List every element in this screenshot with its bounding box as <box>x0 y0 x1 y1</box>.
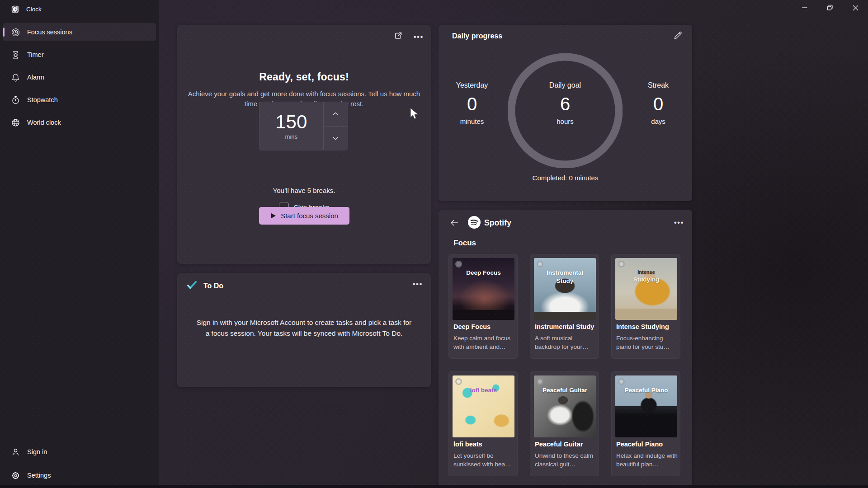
sidebar-item-alarm[interactable]: Alarm <box>3 68 156 86</box>
bottom-edge <box>0 485 868 488</box>
spotify-badge-icon <box>537 261 543 267</box>
minutes-unit: mins <box>285 133 297 140</box>
playlist-title: Deep Focus <box>453 323 491 330</box>
spotify-badge-icon <box>455 378 462 385</box>
settings-icon <box>10 470 20 480</box>
playlist-description: Let yourself be sunkissed with bea… <box>453 452 515 469</box>
selected-indicator <box>3 28 5 37</box>
todo-signin-message: Sign in with your Microsoft Account to c… <box>195 317 413 339</box>
playlist-description: Focus-enhancing piano for your stu… <box>616 334 678 352</box>
focus-title: Ready, set, focus! <box>177 71 431 83</box>
stat-value: 6 <box>538 95 592 113</box>
decrease-minutes-button[interactable] <box>324 127 348 150</box>
stat-unit: hours <box>538 117 592 125</box>
spotify-badge-icon <box>618 261 625 267</box>
playlist-tile-intense-studying[interactable]: IntenseStudying Intense Studying Focus-e… <box>611 254 680 359</box>
minutes-stepper: 150 mins <box>259 102 348 150</box>
todo-card: To Do ••• Sign in with your Microsoft Ac… <box>177 273 431 387</box>
playlist-tile-instrumental-study[interactable]: InstrumentalStudy Instrumental Study A s… <box>530 254 599 359</box>
stat-value: 0 <box>445 95 499 113</box>
edit-pencil-icon[interactable] <box>673 31 682 42</box>
sidebar-nav: Focus sessions Timer Alarm Stopwatch <box>3 23 156 131</box>
playlist-cover: Peaceful Guitar <box>534 375 596 437</box>
app-header: Clock <box>0 3 159 15</box>
minimize-icon <box>802 5 807 10</box>
playlist-description: Unwind to these calm classical guit… <box>535 452 596 469</box>
sidebar-item-label: Sign in <box>27 448 47 455</box>
playlist-title: Intense Studying <box>616 323 669 330</box>
playlist-tile-peaceful-guitar[interactable]: Peaceful Guitar Peaceful Guitar Unwind t… <box>530 371 599 476</box>
restore-button[interactable] <box>817 0 843 15</box>
sidebar-footer: Sign in Settings <box>3 443 156 484</box>
restore-icon <box>827 5 833 11</box>
playlist-title: Peaceful Guitar <box>535 441 583 448</box>
sidebar-item-sign-in[interactable]: Sign in <box>3 443 156 461</box>
stat-unit: days <box>631 117 685 125</box>
popout-icon[interactable] <box>394 31 403 42</box>
stat-unit: minutes <box>445 117 499 125</box>
sidebar-item-label: World clock <box>27 119 61 126</box>
minimize-button[interactable] <box>792 0 817 15</box>
stat-yesterday: Yesterday 0 minutes <box>445 81 499 125</box>
playlist-tile-peaceful-piano[interactable]: Peaceful Piano Peaceful Piano Relax and … <box>611 371 680 476</box>
focus-session-card: ••• Ready, set, focus! Achieve your goal… <box>177 25 431 264</box>
todo-title: To Do <box>203 282 223 290</box>
sidebar-item-stopwatch[interactable]: Stopwatch <box>3 91 156 109</box>
sidebar-item-label: Stopwatch <box>27 96 58 103</box>
more-options-icon[interactable]: ••• <box>414 33 424 41</box>
more-options-icon[interactable]: ••• <box>674 219 684 226</box>
start-focus-session-button[interactable]: Start focus session <box>259 207 349 225</box>
playlist-title: Instrumental Study <box>535 323 594 330</box>
minutes-value-box[interactable]: 150 mins <box>259 102 323 150</box>
sidebar-item-label: Settings <box>27 472 51 479</box>
spotify-badge-icon <box>618 378 625 385</box>
focus-sessions-icon <box>10 27 20 37</box>
minutes-value: 150 <box>275 112 307 132</box>
sidebar: Clock Focus sessions Timer Alarm <box>0 0 159 488</box>
playlist-cover: Peaceful Piano <box>615 375 677 437</box>
completed-text: Completed: 0 minutes <box>439 174 692 182</box>
sidebar-item-label: Alarm <box>27 74 44 81</box>
spotify-section-title: Focus <box>453 239 476 248</box>
sidebar-item-focus-sessions[interactable]: Focus sessions <box>3 23 156 41</box>
back-arrow-icon[interactable] <box>449 218 459 230</box>
todo-logo-icon <box>186 279 198 292</box>
close-button[interactable] <box>843 0 868 15</box>
stat-label: Daily goal <box>538 81 592 89</box>
spotify-badge-icon <box>537 378 543 385</box>
playlist-tile-lofi-beats[interactable]: lofi beats lofi beats Let yourself be su… <box>448 371 518 476</box>
spotify-badge-icon <box>455 261 462 267</box>
spotify-wordmark: Spotify <box>484 218 511 228</box>
spotify-logo-icon <box>467 216 481 231</box>
increase-minutes-button[interactable] <box>324 102 348 127</box>
playlist-title: Peaceful Piano <box>616 441 663 448</box>
playlist-description: Relax and indulge with beautiful pian… <box>616 452 678 469</box>
chevron-down-icon <box>332 135 339 141</box>
app-title: Clock <box>26 6 42 13</box>
stat-value: 0 <box>631 95 685 113</box>
playlist-title: lofi beats <box>453 441 482 448</box>
stopwatch-icon <box>10 95 20 105</box>
playlist-description: A soft musical backdrop for your… <box>535 334 596 352</box>
sidebar-item-settings[interactable]: Settings <box>3 466 156 484</box>
sidebar-item-label: Timer <box>27 51 44 58</box>
world-clock-icon <box>10 117 20 127</box>
spotify-card: Spotify ••• Focus Deep Focus Deep Focus … <box>439 210 692 486</box>
stat-streak: Streak 0 days <box>631 81 685 125</box>
alarm-icon <box>10 72 20 82</box>
playlist-tile-deep-focus[interactable]: Deep Focus Deep Focus Keep calm and focu… <box>448 254 518 359</box>
more-options-icon[interactable]: ••• <box>413 280 423 288</box>
sidebar-item-label: Focus sessions <box>27 28 72 36</box>
chevron-up-icon <box>332 111 339 117</box>
daily-progress-card: Daily progress Yesterday 0 minutes Daily… <box>439 25 692 201</box>
playlist-cover: lofi beats <box>453 375 514 437</box>
stat-label: Streak <box>631 81 685 89</box>
playlist-cover: Deep Focus <box>453 258 514 320</box>
play-icon <box>270 213 276 219</box>
signin-icon <box>10 447 20 457</box>
sidebar-item-timer[interactable]: Timer <box>3 46 156 64</box>
sidebar-item-world-clock[interactable]: World clock <box>3 113 156 131</box>
playlist-cover: IntenseStudying <box>615 258 677 320</box>
clock-app-icon <box>11 5 19 13</box>
breaks-info-text: You’ll have 5 breaks. <box>177 187 431 194</box>
